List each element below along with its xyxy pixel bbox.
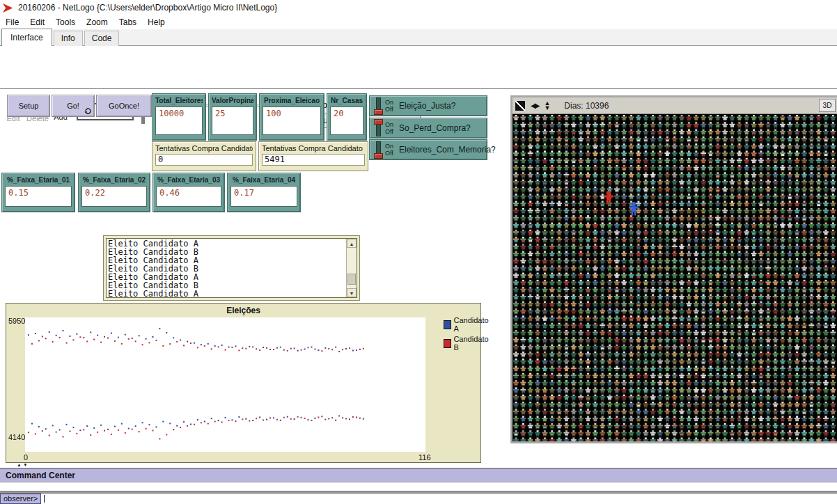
- menu-bar: File Edit Tools Zoom Tabs Help: [0, 15, 837, 29]
- text-cursor: [44, 495, 45, 503]
- menu-tools[interactable]: Tools: [50, 16, 81, 29]
- eleicoes-plot: Eleições 5950 4140 0 116 Candidato A Can…: [6, 303, 481, 463]
- tab-code[interactable]: Code: [84, 31, 120, 46]
- monitor-valor-propina: ValorPropina 25: [208, 93, 257, 141]
- switch-eleicao-justa[interactable]: OnOff Eleição_Justa?: [369, 95, 487, 116]
- scroll-up-icon[interactable]: ▲: [347, 239, 357, 248]
- output-text: Eleito Candidato A Eleito Candidato B El…: [107, 239, 346, 297]
- y-axis-min-label: 4140: [8, 433, 25, 441]
- command-input[interactable]: [41, 494, 837, 504]
- monitor-total-eleitores: Total_Eleitores 10000: [152, 93, 206, 141]
- monitor-faixa-etaria-04: %_Faixa_Etaria_04 0.17: [227, 173, 301, 212]
- tab-info[interactable]: Info: [54, 31, 83, 46]
- command-center-prompt-row: observer>: [0, 494, 837, 504]
- tick-counter: Dias: 10396: [564, 101, 609, 111]
- monitor-value: 0.22: [81, 186, 147, 207]
- x-axis-min-label: 0: [24, 453, 28, 462]
- y-axis-max-label: 5950: [8, 317, 25, 325]
- legend-label: Candidato B: [453, 335, 490, 352]
- legend-label: Candidato A: [453, 316, 490, 333]
- menu-edit[interactable]: Edit: [24, 16, 50, 29]
- plot-area: [25, 317, 425, 452]
- command-center-output: [0, 482, 837, 491]
- monitor-label: %_Faixa_Etaria_03: [156, 176, 221, 184]
- monitor-label: Proxima_Eleicao: [263, 97, 321, 104]
- menu-file[interactable]: File: [0, 16, 24, 29]
- switch-label: Eleitores_Com_Memoria?: [399, 145, 496, 155]
- command-center-header[interactable]: Command Center: [0, 468, 837, 482]
- vertical-resize-icon[interactable]: ▲▼: [544, 101, 550, 111]
- switch-label: Eleição_Justa?: [399, 101, 455, 111]
- observer-prompt-dropdown[interactable]: observer>: [0, 494, 41, 504]
- monitor-proxima-eleicao: Proxima_Eleicao 100: [259, 93, 324, 141]
- netlogo-window: 20160206 - NetLogo {C:\Users\elder\Dropb…: [0, 0, 837, 504]
- menu-tabs[interactable]: Tabs: [114, 16, 142, 29]
- monitor-value: 20: [330, 107, 363, 135]
- command-center-splitter[interactable]: ▲▼: [17, 462, 29, 467]
- switch-label: So_Perd_Compra?: [399, 123, 471, 133]
- switch-handle-icon: [374, 109, 383, 115]
- monitor-value: 25: [212, 107, 253, 135]
- tab-bar: Interface Info Code: [0, 29, 837, 46]
- go-once-button[interactable]: GoOnce!: [96, 95, 152, 117]
- interface-toolbar: ✎ Edit Delete + Add abc Button ▼ faster …: [0, 46, 837, 89]
- go-once-button-label: GoOnce!: [109, 102, 139, 110]
- monitor-label: %_Faixa_Etaria_04: [230, 176, 297, 184]
- monitor-value: 0.15: [5, 186, 72, 207]
- scroll-down-icon[interactable]: ▼: [347, 288, 357, 297]
- menu-help[interactable]: Help: [142, 16, 171, 29]
- input-label: Tentativas Compra Candidato A: [155, 144, 253, 152]
- input-value[interactable]: 0: [155, 154, 253, 166]
- plot-legend: Candidato A Candidato B: [444, 316, 490, 354]
- world-canvas[interactable]: [513, 114, 837, 441]
- monitor-faixa-etaria-03: %_Faixa_Etaria_03 0.46: [152, 173, 225, 212]
- plot-title: Eleições: [6, 304, 480, 315]
- output-widget: Eleito Candidato A Eleito Candidato B El…: [103, 235, 360, 301]
- legend-swatch-red: [444, 339, 451, 348]
- legend-entry-candidato-a: Candidato A: [444, 316, 490, 333]
- monitor-label: ValorPropina: [212, 97, 253, 104]
- input-label: Tentativas Compra Candidato B: [262, 144, 365, 152]
- title-bar: 20160206 - NetLogo {C:\Users\elder\Dropb…: [0, 0, 837, 15]
- input-value[interactable]: 5491: [262, 154, 365, 166]
- monitor-label: %_Faixa_Etaria_01: [5, 176, 72, 184]
- monitor-value: 0.46: [156, 186, 221, 207]
- view-3d-button[interactable]: 3D: [819, 99, 836, 112]
- monitor-label: %_Faixa_Etaria_02: [81, 176, 147, 184]
- switch-eleitores-com-memoria[interactable]: OnOff Eleitores_Com_Memoria?: [369, 139, 487, 160]
- scrollbar-thumb[interactable]: [347, 274, 356, 285]
- monitor-faixa-etaria-02: %_Faixa_Etaria_02 0.22: [78, 173, 150, 212]
- plot-canvas: [25, 317, 425, 452]
- monitor-label: Total_Eleitores: [155, 97, 203, 104]
- menu-zoom[interactable]: Zoom: [81, 16, 114, 29]
- netlogo-logo-icon: [2, 2, 14, 14]
- output-line: Eleito Candidato A: [108, 290, 345, 298]
- command-center-title: Command Center: [6, 471, 75, 480]
- switch-handle-icon: [374, 119, 383, 125]
- monitor-faixa-etaria-01: %_Faixa_Etaria_01 0.15: [1, 173, 75, 212]
- monitor-nr-casas: Nr_Casas 20: [327, 93, 367, 141]
- switch-toggle[interactable]: [374, 120, 392, 136]
- input-tentativas-a[interactable]: Tentativas Compra Candidato A 0: [152, 141, 256, 171]
- go-button[interactable]: Go!: [52, 95, 95, 117]
- tab-interface[interactable]: Interface: [1, 29, 52, 46]
- input-tentativas-b[interactable]: Tentativas Compra Candidato B 5491: [258, 141, 368, 171]
- setup-button[interactable]: Setup: [7, 95, 50, 117]
- forever-icon: [84, 107, 92, 115]
- legend-swatch-blue: [444, 320, 451, 329]
- world-view-header: ◀▶ ▲▼ Dias: 10396 3D: [513, 97, 837, 114]
- switch-toggle[interactable]: [374, 97, 392, 114]
- x-axis-max-label: 116: [419, 453, 431, 462]
- monitor-value: 100: [263, 107, 321, 135]
- monitor-value: 10000: [155, 107, 203, 135]
- output-scrollbar[interactable]: ▲ ▼: [346, 239, 357, 297]
- legend-entry-candidato-b: Candidato B: [444, 335, 490, 352]
- switch-toggle[interactable]: [374, 141, 392, 158]
- switch-handle-icon: [374, 153, 383, 159]
- patch-size-icon[interactable]: [515, 101, 525, 111]
- monitor-value: 0.17: [230, 186, 297, 207]
- horizontal-resize-icon[interactable]: ◀▶: [531, 102, 538, 109]
- switch-so-perd-compra[interactable]: OnOff So_Perd_Compra?: [369, 118, 487, 139]
- go-button-label: Go!: [67, 102, 79, 110]
- world-view: ◀▶ ▲▼ Dias: 10396 3D: [510, 95, 837, 443]
